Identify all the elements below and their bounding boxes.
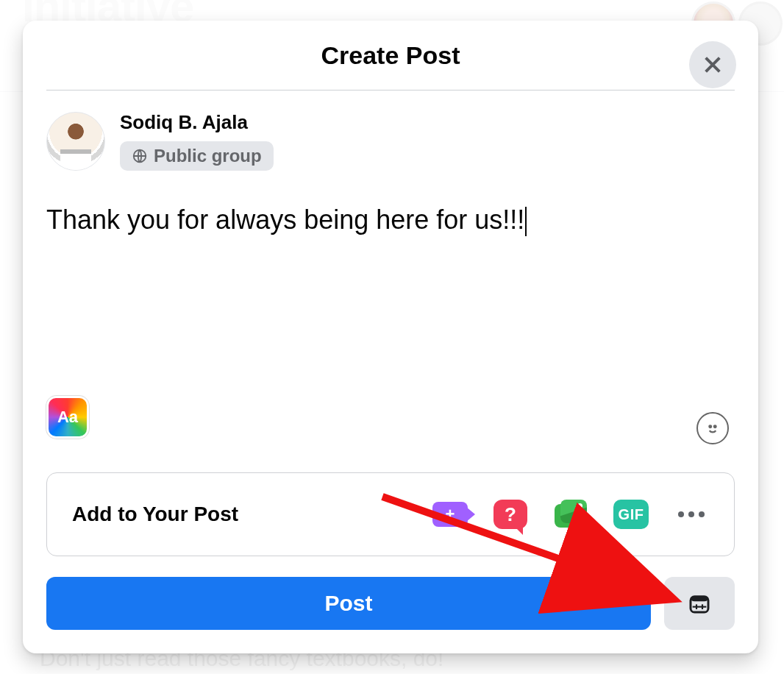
user-row: Sodiq B. Ajala Public group [23,91,758,174]
svg-rect-4 [691,597,708,602]
photo-icon [555,500,587,529]
close-icon [701,53,724,77]
user-meta: Sodiq B. Ajala Public group [120,111,274,171]
compose-area[interactable]: Thank you for always being here for us!!… [23,174,758,449]
host-qa-button[interactable]: ? [493,497,528,532]
calendar-icon [688,592,711,615]
compose-text[interactable]: Thank you for always being here for us!!… [46,203,735,236]
background-picker-icon: Aa [49,398,87,436]
globe-icon [132,148,148,164]
add-to-post-bar[interactable]: Add to Your Post + ? GIF [46,472,735,556]
text-cursor [525,207,527,236]
modal-header: Create Post [23,21,758,90]
audience-selector[interactable]: Public group [120,141,274,171]
gif-button[interactable]: GIF [613,497,649,532]
live-video-button[interactable]: + [432,497,468,532]
modal-title: Create Post [321,41,460,70]
post-button[interactable]: Post [46,577,651,630]
svg-point-1 [709,425,711,428]
user-name: Sodiq B. Ajala [120,111,274,134]
schedule-button[interactable] [664,577,735,630]
smile-icon [703,419,722,438]
audience-label: Public group [154,146,262,166]
more-options-button[interactable] [674,497,709,532]
add-to-post-label: Add to Your Post [72,503,238,526]
gif-icon: GIF [613,500,649,529]
more-dots-icon [678,511,705,517]
background-picker-button[interactable]: Aa [46,396,89,439]
add-to-post-icons: + ? GIF [432,497,709,532]
user-avatar[interactable] [46,112,105,171]
question-bubble-icon: ? [493,500,527,529]
create-post-modal: Create Post Sodiq B. Ajala Public group … [23,21,758,653]
emoji-button[interactable] [696,412,729,444]
svg-point-2 [714,425,716,428]
photo-video-button[interactable] [553,497,588,532]
video-camera-icon: + [432,502,468,527]
modal-footer: Post [46,577,735,630]
close-button[interactable] [689,41,736,88]
